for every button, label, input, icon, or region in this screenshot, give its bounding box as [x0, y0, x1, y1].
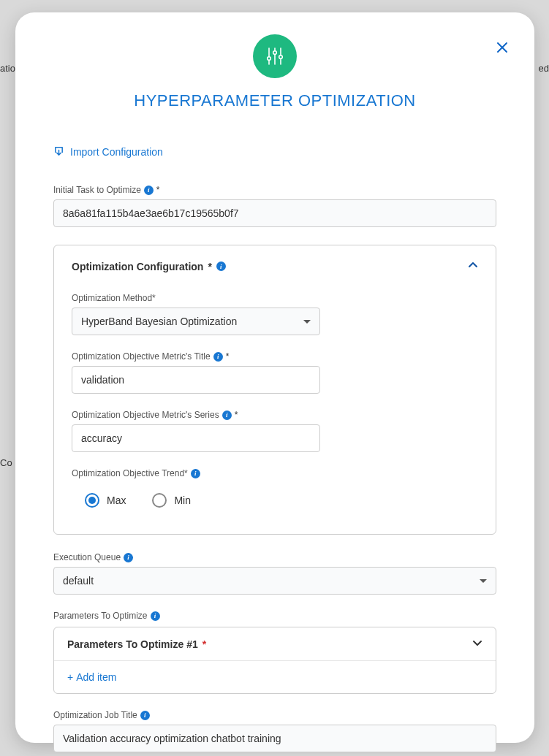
hyperparameter-optimization-modal: HYPERPARAMETER OPTIMIZATION Import Confi…	[15, 12, 534, 743]
objective-trend-label: Optimization Objective Trend* i	[72, 468, 478, 478]
job-title-input[interactable]: Validation accuracy optimization chatbot…	[53, 725, 496, 752]
svg-point-5	[279, 56, 283, 59]
info-icon[interactable]: i	[144, 186, 154, 195]
metric-title-input[interactable]: validation	[72, 366, 320, 394]
metric-title-label: Optimization Objective Metric's Title i*	[72, 351, 478, 362]
import-configuration-link[interactable]: Import Configuration	[70, 146, 163, 158]
metric-series-input[interactable]: accuracy	[72, 424, 320, 452]
initial-task-label: Initial Task to Optimize i*	[53, 185, 496, 195]
info-icon[interactable]: i	[140, 711, 150, 720]
plus-icon: +	[67, 671, 73, 683]
trend-max-radio[interactable]: Max	[85, 493, 126, 508]
chevron-down-icon	[303, 320, 311, 324]
chevron-down-icon	[480, 579, 487, 583]
svg-point-3	[268, 57, 271, 61]
chevron-down-icon	[472, 638, 482, 648]
optimization-method-select[interactable]: HyperBand Bayesian Optimization	[72, 308, 320, 335]
execution-queue-select[interactable]: default	[53, 567, 496, 595]
metric-series-label: Optimization Objective Metric's Series i…	[72, 410, 478, 420]
info-icon[interactable]: i	[124, 553, 133, 562]
import-icon	[53, 145, 64, 159]
parameters-list: Parameters To Optimize #1 * + Add item	[53, 627, 496, 694]
info-icon[interactable]: i	[222, 411, 232, 420]
close-button[interactable]	[493, 39, 511, 56]
optimization-method-label: Optimization Method*	[72, 293, 478, 303]
info-icon[interactable]: i	[191, 469, 200, 478]
background-text: Co	[0, 457, 12, 468]
add-item-button[interactable]: + Add item	[54, 661, 496, 693]
info-icon[interactable]: i	[151, 611, 160, 621]
trend-min-radio[interactable]: Min	[152, 493, 191, 508]
collapse-section-button[interactable]	[468, 260, 478, 272]
radio-checked-icon	[85, 493, 99, 508]
modal-title: HYPERPARAMETER OPTIMIZATION	[53, 91, 496, 110]
parameters-item-header[interactable]: Parameters To Optimize #1 *	[54, 627, 496, 661]
info-icon[interactable]: i	[213, 352, 223, 362]
parameters-to-optimize-label: Parameters To Optimize i	[53, 611, 496, 621]
close-icon	[496, 42, 508, 53]
background-text: atio	[0, 63, 15, 74]
initial-task-input[interactable]: 8a6a81fa115b4ae3ae6b17c19565b0f7	[53, 199, 496, 227]
execution-queue-label: Execution Queue i	[53, 552, 496, 562]
svg-point-4	[273, 51, 277, 55]
radio-unchecked-icon	[152, 493, 167, 508]
sliders-icon	[253, 34, 297, 78]
expand-item-button[interactable]	[472, 638, 482, 650]
optimization-configuration-header: Optimization Configuration * i	[72, 261, 226, 272]
job-title-label: Optimization Job Title i	[53, 710, 496, 720]
background-text: ed	[539, 63, 549, 74]
chevron-up-icon	[468, 260, 478, 270]
optimization-configuration-section: Optimization Configuration * i Optimizat…	[53, 245, 496, 535]
info-icon[interactable]: i	[216, 261, 226, 271]
